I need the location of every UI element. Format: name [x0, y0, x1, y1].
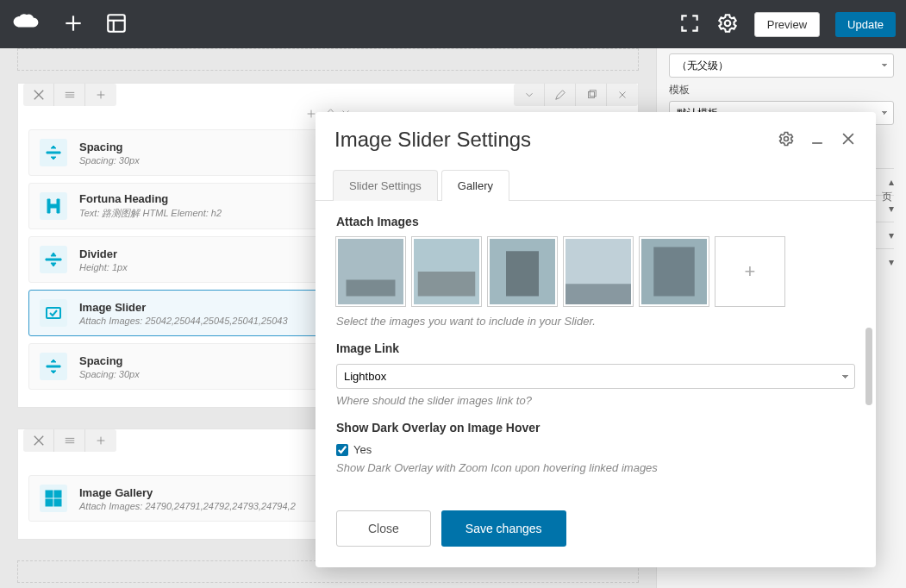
- image-link-hint: Where should the slider images link to?: [336, 394, 855, 407]
- spacing-icon: [40, 353, 67, 380]
- element-title: Image Slider: [79, 301, 288, 314]
- parent-select[interactable]: （无父级）: [669, 53, 894, 78]
- tab-gallery[interactable]: Gallery: [441, 170, 509, 201]
- chevron-down-icon: ▾: [889, 203, 894, 215]
- element-subtitle: Spacing: 30px: [79, 155, 140, 166]
- thumbnail[interactable]: [640, 237, 709, 306]
- row-drag-icon[interactable]: [54, 84, 85, 106]
- svg-rect-27: [46, 491, 53, 497]
- svg-rect-28: [54, 491, 61, 497]
- element-title: Image Gallery: [79, 486, 296, 499]
- hover-overlay-yes: Yes: [353, 443, 372, 456]
- svg-rect-29: [46, 499, 53, 506]
- save-changes-button[interactable]: Save changes: [441, 510, 566, 547]
- update-button[interactable]: Update: [835, 12, 896, 37]
- row-edit-icon[interactable]: [545, 84, 576, 106]
- gear-icon[interactable]: [716, 12, 739, 37]
- image-link-select[interactable]: Lightbox: [336, 364, 855, 389]
- element-title: Spacing: [79, 141, 140, 153]
- svg-point-31: [784, 136, 789, 141]
- row-delete-icon[interactable]: [607, 84, 638, 106]
- gear-icon[interactable]: [778, 130, 795, 150]
- attach-images-label: Attach Images: [336, 215, 855, 228]
- svg-rect-30: [54, 499, 61, 506]
- spacing-icon: [40, 139, 67, 166]
- gallery-icon: [40, 485, 67, 512]
- row-dropdown-icon[interactable]: [514, 84, 545, 106]
- svg-rect-11: [588, 92, 594, 98]
- attach-images-hint: Select the images you want to include in…: [336, 315, 855, 328]
- modal-image-slider-settings: Image Slider Settings Slider Settings Ga…: [316, 112, 876, 567]
- tab-slider-settings[interactable]: Slider Settings: [333, 170, 438, 201]
- element-subtitle: Spacing: 30px: [79, 369, 140, 379]
- thumbnail-row: +: [336, 237, 855, 306]
- hover-overlay-hint: Show Dark Overlay with Zoom Icon upon ho…: [336, 461, 855, 474]
- element-subtitle: Attach Images: 24790,24791,24792,24793,2…: [79, 501, 296, 511]
- close-icon[interactable]: [840, 130, 857, 150]
- chevron-down-icon: ▾: [889, 229, 894, 241]
- logo-icon: [10, 11, 41, 38]
- element-subtitle: Attach Images: 25042,25044,25045,25041,2…: [79, 316, 288, 326]
- slider-icon: [40, 299, 67, 327]
- image-link-label: Image Link: [336, 341, 855, 355]
- thumbnail[interactable]: [488, 237, 557, 306]
- thumbnail[interactable]: [336, 237, 405, 306]
- svg-rect-2: [108, 15, 125, 32]
- topbar: Preview Update: [0, 0, 906, 48]
- svg-rect-19: [47, 308, 60, 318]
- svg-point-5: [725, 20, 731, 26]
- fullscreen-icon[interactable]: [678, 12, 701, 37]
- element-title: Divider: [79, 247, 128, 260]
- row-copy-icon[interactable]: [576, 84, 607, 106]
- row-add-icon[interactable]: [85, 84, 116, 106]
- element-title: Fortuna Heading: [79, 192, 222, 205]
- preview-button[interactable]: Preview: [754, 12, 820, 37]
- element-subtitle: Text: 路测图解 HTML Element: h2: [79, 207, 222, 220]
- svg-rect-38: [418, 272, 476, 297]
- chevron-up-icon: ▴: [889, 176, 894, 188]
- empty-section[interactable]: [17, 48, 639, 71]
- template-label: 模板: [669, 83, 894, 97]
- row-move-icon[interactable]: [23, 429, 54, 452]
- svg-rect-42: [565, 284, 631, 304]
- minimize-icon[interactable]: [809, 130, 826, 150]
- element-title: Spacing: [79, 354, 140, 367]
- hover-overlay-checkbox[interactable]: [336, 444, 348, 456]
- sidebar-top-text: 页: [882, 190, 892, 204]
- svg-rect-12: [590, 91, 596, 97]
- modal-scrollbar[interactable]: [865, 328, 872, 405]
- heading-icon: [40, 192, 67, 220]
- add-thumbnail-button[interactable]: +: [715, 237, 784, 306]
- svg-rect-36: [347, 280, 396, 297]
- svg-rect-44: [653, 247, 695, 297]
- element-subtitle: Height: 1px: [79, 262, 128, 272]
- thumbnail[interactable]: [412, 237, 481, 306]
- row-drag-icon[interactable]: [54, 429, 85, 452]
- hover-overlay-label: Show Dark Overlay on Image Hover: [336, 421, 855, 435]
- modal-title: Image Slider Settings: [334, 128, 531, 152]
- row-move-icon[interactable]: [23, 84, 54, 106]
- chevron-down-icon: ▾: [889, 256, 894, 268]
- add-icon[interactable]: [62, 12, 84, 37]
- thumbnail[interactable]: [564, 237, 633, 306]
- row-add-icon[interactable]: [85, 429, 116, 452]
- svg-rect-40: [506, 251, 539, 296]
- divider-icon: [40, 246, 67, 273]
- close-button[interactable]: Close: [336, 510, 431, 547]
- layout-icon[interactable]: [105, 12, 128, 37]
